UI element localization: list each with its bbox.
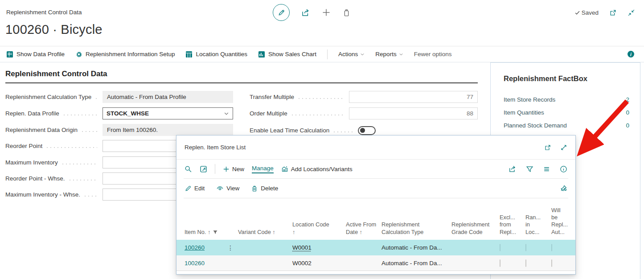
item-quantities-label: Item Quantities bbox=[504, 109, 544, 116]
info-icon[interactable] bbox=[560, 165, 567, 173]
sales-chart-icon bbox=[258, 51, 265, 58]
column-filter-icon bbox=[213, 230, 218, 235]
section-title: Replenishment Control Data bbox=[5, 70, 478, 83]
new-record-icon[interactable] bbox=[322, 8, 331, 17]
chevron-down-icon bbox=[399, 52, 403, 57]
choose-columns-icon[interactable] bbox=[543, 165, 550, 173]
chevron-down-icon[interactable] bbox=[224, 111, 229, 116]
reorder-point-whse-label: Reorder Point - Whse. bbox=[5, 175, 65, 182]
fewer-options-button[interactable]: Fewer options bbox=[414, 51, 452, 57]
location-quantities-button[interactable]: Location Quantities bbox=[185, 51, 247, 58]
search-icon[interactable] bbox=[185, 165, 192, 173]
table-row[interactable]: 100260 W0002 Automatic - From Da... bbox=[176, 255, 575, 271]
ranked-in-location-checkbox[interactable] bbox=[525, 259, 526, 267]
info-badge-icon[interactable]: i bbox=[628, 51, 634, 57]
saved-label: Saved bbox=[582, 9, 599, 16]
will-be-replenished-checkbox[interactable] bbox=[551, 244, 552, 251]
column-header-ran-in-loc[interactable]: Ran... in Loc... bbox=[523, 214, 549, 236]
transfer-multiple-input[interactable] bbox=[349, 91, 478, 103]
analysis-mode-icon[interactable] bbox=[200, 165, 207, 173]
unpin-icon[interactable] bbox=[560, 185, 567, 192]
excluded-from-repl-checkbox[interactable] bbox=[500, 259, 500, 267]
column-header-excl-from-repl[interactable]: Excl... from Repl... bbox=[498, 214, 523, 236]
new-button[interactable]: New bbox=[223, 166, 244, 172]
reports-menu[interactable]: Reports bbox=[375, 51, 403, 57]
show-sales-chart-button[interactable]: Show Sales Chart bbox=[258, 51, 316, 58]
column-header-replenishment-calculation-type[interactable]: Replenishment Calculation Type bbox=[379, 221, 450, 236]
enable-lead-time-calculation-label: Enable Lead Time Calculation bbox=[250, 127, 329, 134]
delete-record-icon[interactable] bbox=[342, 8, 351, 17]
add-locations-variants-button[interactable]: Add Locations/Variants bbox=[281, 165, 353, 172]
replenishment-calculation-type-cell[interactable]: Automatic - From Da... bbox=[379, 244, 450, 251]
item-quantities-value[interactable]: 0 bbox=[626, 109, 629, 116]
table-row[interactable]: 100260 ⋮ W0001 Automatic - From Da... bbox=[176, 240, 575, 255]
planned-stock-demand-value[interactable]: 0 bbox=[626, 122, 629, 129]
view-button[interactable]: View bbox=[216, 185, 239, 192]
save-status: Saved bbox=[574, 9, 599, 16]
column-header-will-be-repl-aut[interactable]: Will be Repl... Aut... bbox=[549, 207, 569, 236]
column-header-location-code[interactable]: Location Code ↑ bbox=[288, 221, 341, 236]
data-profile-icon bbox=[6, 51, 13, 58]
share-icon[interactable] bbox=[301, 8, 310, 17]
setup-icon bbox=[75, 51, 82, 58]
maximum-inventory-whse-label: Maximum Inventory - Whse. bbox=[5, 191, 80, 198]
edit-button[interactable] bbox=[273, 4, 290, 21]
item-store-records-value[interactable]: 2 bbox=[626, 96, 629, 103]
breadcrumb[interactable]: Replenishment Control Data bbox=[6, 9, 82, 16]
pencil-icon bbox=[185, 185, 192, 192]
factbox-row-planned-stock-demand: Planned Stock Demand 0 bbox=[504, 122, 629, 129]
replen-data-profile-combobox[interactable]: STOCK_WHSE bbox=[103, 107, 233, 119]
view-label: View bbox=[226, 185, 239, 192]
column-header-active-from-date[interactable]: Active From Date ↑ bbox=[341, 221, 379, 236]
enable-lead-time-calculation-toggle[interactable] bbox=[358, 126, 376, 135]
dotted-leader bbox=[292, 115, 344, 115]
dotted-leader bbox=[334, 131, 353, 132]
replenishment-data-origin-field: From Item 100260. bbox=[103, 124, 233, 136]
show-data-profile-button[interactable]: Show Data Profile bbox=[6, 51, 65, 58]
replen-data-profile-value: STOCK_WHSE bbox=[107, 110, 149, 117]
dotted-leader bbox=[85, 196, 97, 197]
location-quantities-icon bbox=[185, 51, 193, 58]
trash-icon bbox=[251, 185, 258, 192]
share-icon[interactable] bbox=[509, 165, 517, 173]
fewer-options-label: Fewer options bbox=[414, 51, 452, 57]
replenishment-information-setup-button[interactable]: Replenishment Information Setup bbox=[75, 51, 175, 58]
manage-tab[interactable]: Manage bbox=[252, 165, 274, 173]
page-title: 100260 · Bicycle bbox=[5, 22, 103, 37]
new-label: New bbox=[232, 166, 244, 172]
factbox-title: Replenishment FactBox bbox=[504, 74, 587, 83]
column-header-replenishment-grade-code[interactable]: Replenishment Grade Code bbox=[450, 221, 498, 236]
filter-icon[interactable] bbox=[526, 165, 533, 173]
ranked-in-location-checkbox[interactable] bbox=[525, 244, 526, 251]
location-code-link[interactable]: W0001 bbox=[292, 244, 312, 251]
row-context-menu-icon[interactable]: ⋮ bbox=[227, 244, 234, 251]
location-code-link[interactable]: W0002 bbox=[292, 260, 312, 267]
open-in-new-window-icon[interactable] bbox=[544, 144, 551, 151]
eye-icon bbox=[216, 185, 224, 192]
maximum-inventory-label: Maximum Inventory bbox=[5, 159, 58, 166]
open-in-new-window-icon[interactable] bbox=[609, 9, 617, 16]
expand-icon[interactable] bbox=[560, 144, 567, 151]
action-ribbon: Show Data Profile Replenishment Informat… bbox=[0, 46, 644, 62]
column-header-item-no[interactable]: Item No. ↑ bbox=[185, 229, 238, 236]
collapse-icon[interactable] bbox=[628, 9, 635, 16]
reorder-point-label: Reorder Point bbox=[5, 143, 42, 149]
will-be-replenished-checkbox[interactable] bbox=[551, 259, 552, 267]
actions-menu[interactable]: Actions bbox=[338, 51, 365, 57]
replen-data-profile-label: Replen. Data Profile bbox=[5, 110, 59, 117]
column-header-variant-code[interactable]: Variant Code ↑ bbox=[238, 229, 288, 236]
delete-button[interactable]: Delete bbox=[251, 185, 278, 192]
toolbar-separator bbox=[215, 164, 215, 174]
excluded-from-repl-checkbox[interactable] bbox=[500, 244, 500, 251]
item-no-link[interactable]: 100260 bbox=[185, 244, 205, 251]
replenishment-information-setup-label: Replenishment Information Setup bbox=[86, 51, 175, 57]
form-section: Replenishment Control Data Replenishment… bbox=[5, 70, 478, 83]
item-store-records-label: Item Store Records bbox=[504, 96, 555, 103]
order-multiple-input[interactable] bbox=[349, 107, 478, 119]
replenishment-calculation-type-cell[interactable]: Automatic - From Da... bbox=[379, 260, 450, 267]
dotted-leader bbox=[64, 115, 97, 115]
pencil-icon bbox=[278, 9, 285, 16]
item-no-link[interactable]: 100260 bbox=[185, 260, 205, 267]
dotted-leader bbox=[299, 98, 344, 99]
edit-button[interactable]: Edit bbox=[185, 185, 205, 192]
